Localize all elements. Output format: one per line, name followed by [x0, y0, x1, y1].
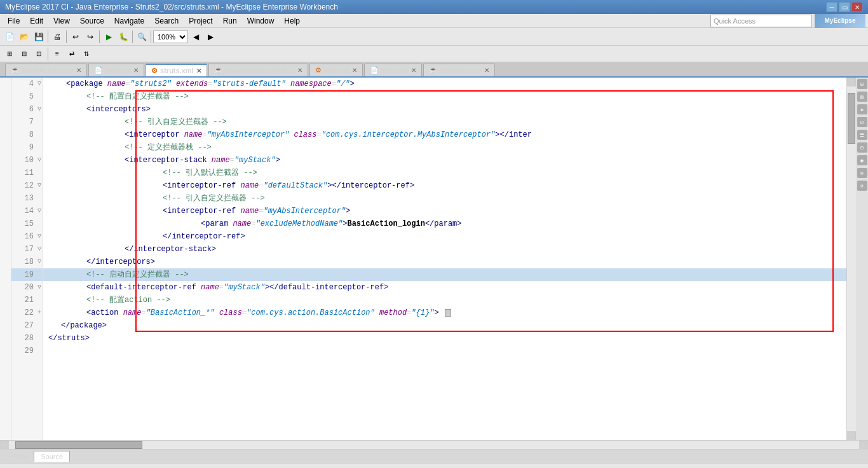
tb2-btn-2[interactable]: ⊟: [17, 47, 31, 61]
fold-marker-12[interactable]: ▽: [37, 179, 41, 192]
sidebar-icon-4[interactable]: ⊡: [857, 117, 867, 127]
tab-basicaction[interactable]: ☕ BasicAction.java ✕: [5, 64, 87, 76]
sidebar-icon-5[interactable]: ☰: [857, 130, 867, 140]
status-bar: struts/package/#text: [0, 463, 868, 468]
scrollbar-h-track[interactable]: [9, 441, 859, 449]
zoom-select[interactable]: 100% 75% 125%: [153, 31, 188, 43]
new-button[interactable]: 📄: [3, 30, 17, 44]
tab-basicaction-close[interactable]: ✕: [76, 67, 81, 74]
tab-myabs-close[interactable]: ✕: [297, 67, 302, 74]
fold-marker-20[interactable]: ▽: [37, 281, 41, 294]
fold-marker-16[interactable]: ▽: [37, 230, 41, 243]
sidebar-icon-9[interactable]: ⊘: [857, 181, 867, 191]
fold-marker-10[interactable]: ▽: [37, 154, 41, 167]
line-numbers: 4 ▽ 5 6 ▽ 7 8 9 10 ▽ 11 12 ▽ 13 14 ▽ 15 …: [11, 78, 43, 440]
sidebar-icon-3[interactable]: ◈: [857, 104, 867, 114]
save-button[interactable]: 💾: [32, 30, 46, 44]
margin-row: [0, 205, 11, 217]
tab-flow[interactable]: Flow: [5, 451, 34, 462]
menu-search[interactable]: Search: [149, 15, 184, 27]
tab-struts[interactable]: ⚙ struts.xml ✕: [146, 64, 207, 76]
margin-row: [0, 281, 11, 294]
fold-marker-14[interactable]: ▽: [37, 205, 41, 217]
menu-file[interactable]: File: [3, 15, 25, 27]
quick-access-input[interactable]: Quick Access: [714, 17, 756, 25]
scrollbar-right-arrow[interactable]: ▶: [859, 441, 868, 450]
menu-navigate[interactable]: Navigate: [109, 15, 149, 27]
tb2-btn-5[interactable]: ⇄: [65, 47, 79, 61]
tab-login-label: login.jsp: [105, 67, 131, 74]
fold-marker-17[interactable]: ▽: [37, 243, 41, 256]
redo-button[interactable]: ↪: [83, 30, 97, 44]
fold-marker-6[interactable]: ▽: [37, 103, 41, 116]
tab-webxml-close[interactable]: ✕: [352, 67, 357, 74]
margin-row: [0, 319, 11, 332]
tb2-btn-3[interactable]: ⊡: [32, 47, 46, 61]
code-line-15: <param name="excludeMethodName">BasicAct…: [43, 217, 846, 230]
search-button[interactable]: 🔍: [135, 30, 149, 44]
open-button[interactable]: 📂: [17, 30, 31, 44]
margin-row: [0, 268, 11, 281]
tab-login-close[interactable]: ✕: [133, 67, 139, 74]
run-button[interactable]: ▶: [102, 30, 116, 44]
fold-marker-18[interactable]: ▽: [37, 256, 41, 268]
menu-source[interactable]: Source: [75, 15, 109, 27]
tab-login[interactable]: 📄 login.jsp ✕: [88, 64, 144, 76]
window-title: MyEclipse 2017 CI - Java Enterprise - St…: [5, 3, 338, 11]
sidebar-icon-7[interactable]: ◉: [857, 155, 867, 165]
code-line-13: <!-- 引入自定义拦截器 -->: [43, 192, 846, 205]
menu-view[interactable]: View: [48, 15, 75, 27]
tb2-btn-4[interactable]: ≡: [50, 47, 64, 61]
debug-button[interactable]: 🐛: [116, 30, 130, 44]
restore-button[interactable]: ▭: [839, 2, 850, 12]
tab-webxml-label: web.xml: [324, 67, 349, 74]
code-line-19: <!-- 启动自定义拦截器 -->: [43, 268, 846, 281]
tab-webxml[interactable]: ⚙ web.xml ✕: [309, 64, 363, 76]
bottom-tabs-bar: Flow Source: [0, 449, 868, 463]
sidebar-icon-8[interactable]: ⊕: [857, 168, 867, 178]
scrollbar-vertical[interactable]: ▲ ▼: [846, 78, 855, 440]
tab-userinfo[interactable]: ☕ UserInfo.java ✕: [423, 64, 495, 76]
margin-row: [0, 230, 11, 243]
separator-4: [132, 31, 133, 43]
tab-index-close[interactable]: ✕: [411, 67, 416, 74]
sidebar-icon-6[interactable]: ⊟: [857, 142, 867, 153]
menu-window[interactable]: Window: [242, 15, 280, 27]
fold-marker-4[interactable]: ▽: [37, 78, 41, 90]
close-button[interactable]: ✕: [851, 2, 863, 12]
scrollbar-thumb[interactable]: [848, 93, 855, 144]
scrollbar-track[interactable]: [847, 86, 856, 431]
tab-myabs[interactable]: ☕ MyAbsInterceptor.java ✕: [208, 64, 308, 76]
menu-run[interactable]: Run: [218, 15, 242, 27]
tb-btn-2[interactable]: ▶: [203, 30, 217, 44]
scrollbar-up-arrow[interactable]: ▲: [847, 78, 856, 86]
tab-struts-close[interactable]: ✕: [196, 67, 201, 74]
tb-btn-1[interactable]: ◀: [189, 30, 203, 44]
code-editor[interactable]: <package name="struts2" extends="struts-…: [43, 78, 846, 440]
menu-help[interactable]: Help: [279, 15, 305, 27]
tab-userinfo-close[interactable]: ✕: [484, 67, 489, 74]
minimize-button[interactable]: ─: [826, 2, 837, 12]
tb2-btn-1[interactable]: ⊞: [3, 47, 17, 61]
margin-row: [0, 167, 11, 179]
code-line-6: <interceptors>: [43, 103, 846, 116]
menu-edit[interactable]: Edit: [25, 15, 48, 27]
tab-source[interactable]: Source: [34, 451, 70, 462]
menu-project[interactable]: Project: [184, 15, 217, 27]
scrollbar-down-arrow[interactable]: ▼: [847, 431, 856, 440]
undo-button[interactable]: ↩: [69, 30, 83, 44]
code-line-8: <interceptor name="myAbsInterceptor" cla…: [43, 128, 846, 141]
code-line-21: <!-- 配置action -->: [43, 294, 846, 306]
fold-marker-22[interactable]: +: [37, 306, 41, 319]
tab-index[interactable]: 📄 index.jsp ✕: [364, 64, 422, 76]
margin-row: [0, 256, 11, 268]
tb2-btn-6[interactable]: ⇅: [79, 47, 93, 61]
left-margin: [0, 78, 11, 440]
scrollbar-h-thumb[interactable]: [15, 441, 142, 449]
sidebar-icon-1[interactable]: ⊞: [857, 79, 867, 89]
scrollbar-left-arrow[interactable]: ◀: [0, 441, 9, 450]
tab-index-label: index.jsp: [381, 67, 409, 74]
sidebar-icon-2[interactable]: ▤: [857, 92, 867, 102]
tabs-bar: ☕ BasicAction.java ✕ 📄 login.jsp ✕ ⚙ str…: [0, 62, 868, 78]
print-button[interactable]: 🖨: [50, 30, 64, 44]
